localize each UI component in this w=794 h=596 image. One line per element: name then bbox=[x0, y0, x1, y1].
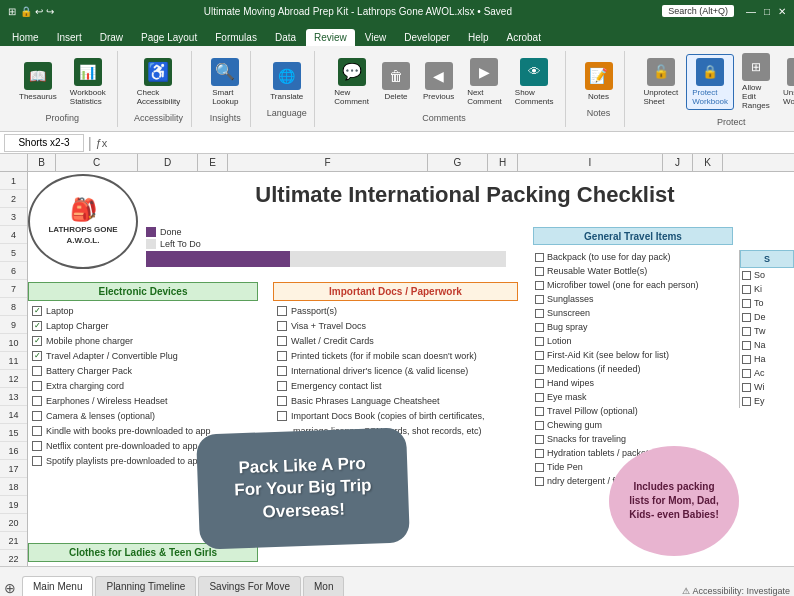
translate-button[interactable]: 🌐 Translate bbox=[265, 59, 308, 104]
list-item[interactable]: Visa + Travel Docs bbox=[273, 318, 518, 333]
tab-draw[interactable]: Draw bbox=[92, 29, 131, 46]
checkbox-laptop-charger[interactable]: ✓ bbox=[32, 321, 42, 331]
list-item[interactable]: Battery Charger Pack bbox=[28, 363, 258, 378]
list-item[interactable]: Bug spray bbox=[533, 320, 733, 334]
name-box[interactable] bbox=[4, 134, 84, 152]
list-item[interactable]: Camera & lenses (optional) bbox=[28, 408, 258, 423]
list-item[interactable]: To bbox=[740, 296, 794, 310]
formula-input[interactable] bbox=[111, 134, 790, 152]
allow-edit-ranges-button[interactable]: ⊞ Allow EditRanges bbox=[737, 50, 775, 113]
notes-button[interactable]: 📝 Notes bbox=[580, 59, 618, 104]
checkbox-printed-tickets[interactable] bbox=[277, 351, 287, 361]
workbook-stats-button[interactable]: 📊 WorkbookStatistics bbox=[65, 55, 111, 109]
unprotect-sheet-button[interactable]: 🔓 UnprotectSheet bbox=[639, 55, 684, 109]
list-item[interactable]: Ha bbox=[740, 352, 794, 366]
list-item[interactable]: Ey bbox=[740, 394, 794, 408]
checkbox-important-docs[interactable] bbox=[277, 411, 287, 421]
checkbox-charging-cord[interactable] bbox=[32, 381, 42, 391]
sheet-tab-savings[interactable]: Savings For Move bbox=[198, 576, 301, 596]
sheet-tab-planning[interactable]: Planning Timeline bbox=[95, 576, 196, 596]
smart-lookup-button[interactable]: 🔍 SmartLookup bbox=[206, 55, 244, 109]
checkbox-passport[interactable] bbox=[277, 306, 287, 316]
minimize-button[interactable]: — bbox=[746, 6, 756, 17]
list-item[interactable]: ✓ Travel Adapter / Convertible Plug bbox=[28, 348, 258, 363]
list-item[interactable]: ✓ Laptop Charger bbox=[28, 318, 258, 333]
list-item[interactable]: Sunglasses bbox=[533, 292, 733, 306]
checkbox-spotify[interactable] bbox=[32, 456, 42, 466]
list-item[interactable]: Tw bbox=[740, 324, 794, 338]
sheet-tab-main-menu[interactable]: Main Menu bbox=[22, 576, 93, 596]
list-item[interactable]: First-Aid Kit (see below for list) bbox=[533, 348, 733, 362]
tab-view[interactable]: View bbox=[357, 29, 395, 46]
list-item[interactable]: Medications (if needed) bbox=[533, 362, 733, 376]
list-item[interactable]: ✓ Mobile phone charger bbox=[28, 333, 258, 348]
list-item[interactable]: ✓ Laptop bbox=[28, 303, 258, 318]
checkbox-phone-charger[interactable]: ✓ bbox=[32, 336, 42, 346]
thesaurus-button[interactable]: 📖 Thesaurus bbox=[14, 59, 62, 104]
delete-comment-button[interactable]: 🗑 Delete bbox=[377, 59, 415, 104]
col-header-d[interactable]: D bbox=[138, 154, 198, 171]
tab-developer[interactable]: Developer bbox=[396, 29, 458, 46]
tab-home[interactable]: Home bbox=[4, 29, 47, 46]
list-item[interactable]: Hand wipes bbox=[533, 376, 733, 390]
checkbox-intl-license[interactable] bbox=[277, 366, 287, 376]
list-item[interactable]: Ki bbox=[740, 282, 794, 296]
list-item[interactable]: Sunscreen bbox=[533, 306, 733, 320]
list-item[interactable]: Chewing gum bbox=[533, 418, 733, 432]
list-item[interactable]: Ac bbox=[740, 366, 794, 380]
list-item[interactable]: Snacks for traveling bbox=[533, 432, 733, 446]
next-comment-button[interactable]: ▶ NextComment bbox=[462, 55, 507, 109]
list-item[interactable]: Earphones / Wireless Headset bbox=[28, 393, 258, 408]
list-item[interactable]: Reusable Water Bottle(s) bbox=[533, 264, 733, 278]
list-item[interactable]: Wallet / Credit Cards bbox=[273, 333, 518, 348]
col-header-c[interactable]: C bbox=[56, 154, 138, 171]
col-header-j[interactable]: J bbox=[663, 154, 693, 171]
checkbox-travel-adapter[interactable]: ✓ bbox=[32, 351, 42, 361]
list-item[interactable]: Printed tickets (for if mobile scan does… bbox=[273, 348, 518, 363]
checkbox-battery-pack[interactable] bbox=[32, 366, 42, 376]
tab-acrobat[interactable]: Acrobat bbox=[499, 29, 549, 46]
list-item[interactable]: Important Docs Book (copies of birth cer… bbox=[273, 408, 518, 423]
show-comments-button[interactable]: 👁 ShowComments bbox=[510, 55, 559, 109]
checkbox-netflix[interactable] bbox=[32, 441, 42, 451]
check-accessibility-button[interactable]: ♿ CheckAccessibility bbox=[132, 55, 186, 109]
list-item[interactable]: Microfiber towel (one for each person) bbox=[533, 278, 733, 292]
col-header-g[interactable]: G bbox=[428, 154, 488, 171]
unshare-workbook-button[interactable]: 👥 UnshareWorkbook bbox=[778, 55, 794, 109]
list-item[interactable]: Basic Phrases Language Cheatsheet bbox=[273, 393, 518, 408]
col-header-i[interactable]: I bbox=[518, 154, 663, 171]
list-item[interactable]: Emergency contact list bbox=[273, 378, 518, 393]
previous-comment-button[interactable]: ◀ Previous bbox=[418, 59, 459, 104]
list-item[interactable]: Travel Pillow (optional) bbox=[533, 404, 733, 418]
list-item[interactable]: Lotion bbox=[533, 334, 733, 348]
tab-review[interactable]: Review bbox=[306, 29, 355, 46]
checkbox-visa[interactable] bbox=[277, 321, 287, 331]
checkbox-phrase-book[interactable] bbox=[277, 396, 287, 406]
list-item[interactable]: Extra charging cord bbox=[28, 378, 258, 393]
col-header-k[interactable]: K bbox=[693, 154, 723, 171]
tab-help[interactable]: Help bbox=[460, 29, 497, 46]
list-item[interactable]: Na bbox=[740, 338, 794, 352]
list-item[interactable]: Wi bbox=[740, 380, 794, 394]
checkbox-camera[interactable] bbox=[32, 411, 42, 421]
sheet-tab-mon[interactable]: Mon bbox=[303, 576, 344, 596]
tab-formulas[interactable]: Formulas bbox=[207, 29, 265, 46]
window-controls[interactable]: Search (Alt+Q) — □ ✕ bbox=[662, 5, 786, 17]
maximize-button[interactable]: □ bbox=[764, 6, 770, 17]
checkbox-emergency-contact[interactable] bbox=[277, 381, 287, 391]
tab-data[interactable]: Data bbox=[267, 29, 304, 46]
tab-page-layout[interactable]: Page Layout bbox=[133, 29, 205, 46]
list-item[interactable]: International driver's licence (& valid … bbox=[273, 363, 518, 378]
new-comment-button[interactable]: 💬 NewComment bbox=[329, 55, 374, 109]
list-item[interactable]: Backpack (to use for day pack) bbox=[533, 250, 733, 264]
col-header-e[interactable]: E bbox=[198, 154, 228, 171]
checkbox-wallet[interactable] bbox=[277, 336, 287, 346]
checkbox-earphones[interactable] bbox=[32, 396, 42, 406]
checkbox-kindle[interactable] bbox=[32, 426, 42, 436]
search-box[interactable]: Search (Alt+Q) bbox=[662, 5, 734, 17]
col-header-f[interactable]: F bbox=[228, 154, 428, 171]
close-button[interactable]: ✕ bbox=[778, 6, 786, 17]
tab-insert[interactable]: Insert bbox=[49, 29, 90, 46]
col-header-h[interactable]: H bbox=[488, 154, 518, 171]
add-sheet-button[interactable]: ⊕ bbox=[4, 580, 16, 596]
